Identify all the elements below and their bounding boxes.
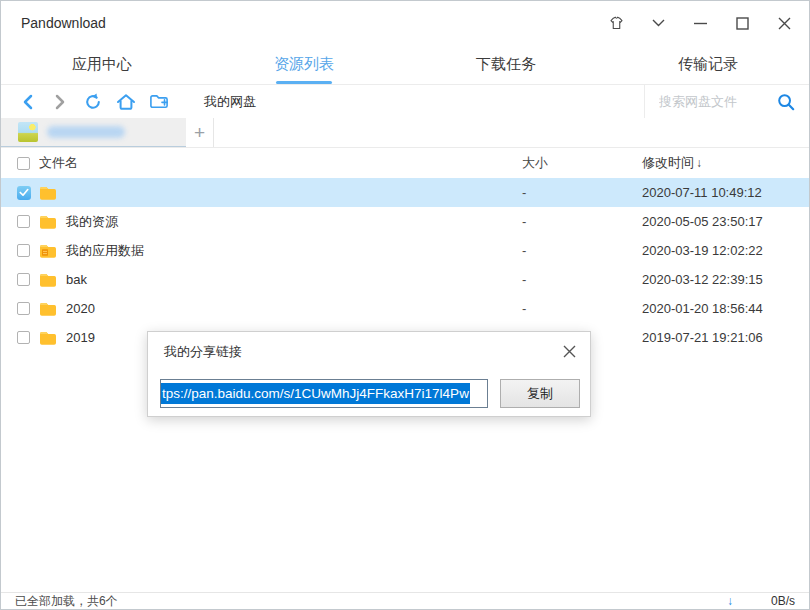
pandownload-window: { "titlebar": { "title": "Pandownload" }…	[0, 0, 810, 610]
row-checkbox[interactable]	[17, 244, 30, 257]
account-bar: +	[1, 118, 809, 148]
file-name: bak	[66, 272, 87, 287]
tab-download-tasks[interactable]: 下载任务	[405, 45, 607, 84]
search-icon[interactable]	[777, 93, 795, 111]
share-link-selected-text: tps://pan.baidu.com/s/1CUwMhJj4FFkaxH7i1…	[161, 383, 470, 404]
table-row[interactable]: 2020 - 2020-01-20 18:56:44	[1, 294, 809, 323]
close-button[interactable]	[776, 15, 793, 32]
tab-label: 应用中心	[72, 55, 132, 74]
tab-label: 传输记录	[678, 55, 738, 74]
tab-label: 资源列表	[274, 55, 334, 74]
account-avatar	[18, 122, 38, 142]
back-icon[interactable]	[15, 92, 39, 112]
file-mtime: 2020-05-05 23:50:17	[642, 214, 809, 229]
chevron-down-icon[interactable]	[650, 15, 667, 32]
file-size: -	[522, 214, 642, 229]
minimize-button[interactable]	[692, 15, 709, 32]
file-mtime: 2020-03-19 12:02:22	[642, 243, 809, 258]
table-row[interactable]: bak - 2020-03-12 22:39:15	[1, 265, 809, 294]
add-account-button[interactable]: +	[186, 118, 214, 147]
skin-theme-icon[interactable]	[608, 15, 625, 32]
window-title: Pandownload	[21, 15, 608, 31]
table-row[interactable]: 我的资源 - 2020-05-05 23:50:17	[1, 207, 809, 236]
search-box	[644, 85, 809, 118]
row-checkbox[interactable]	[17, 273, 30, 286]
file-list-header: 文件名 大小 修改时间↓	[1, 148, 809, 178]
search-input[interactable]	[659, 94, 777, 109]
load-status-text: 已全部加载，共6个	[15, 593, 727, 610]
tab-transfer-history[interactable]: 传输记录	[607, 45, 809, 84]
sort-descending-icon: ↓	[696, 156, 702, 170]
forward-icon[interactable]	[48, 92, 72, 112]
file-name: 我的资源	[66, 213, 118, 231]
header-filename: 文件名	[39, 154, 78, 172]
file-mtime: 2020-03-12 22:39:15	[642, 272, 809, 287]
navigation-toolbar: 我的网盘	[1, 85, 809, 118]
row-checkbox[interactable]	[17, 186, 31, 200]
file-mtime: 2020-07-11 10:49:12	[642, 185, 809, 200]
breadcrumb-path: 我的网盘	[204, 93, 644, 111]
table-row[interactable]: 我的应用数据 - 2020-03-19 12:02:22	[1, 236, 809, 265]
share-link-input[interactable]: tps://pan.baidu.com/s/1CUwMhJj4FFkaxH7i1…	[160, 379, 488, 408]
folder-icon	[39, 214, 57, 229]
tab-label: 下载任务	[476, 55, 536, 74]
file-list: - 2020-07-11 10:49:12 我的资源 - 2020-05-05 …	[1, 178, 809, 352]
header-mtime-label: 修改时间	[642, 155, 694, 170]
file-name: 我的应用数据	[66, 242, 144, 260]
row-checkbox[interactable]	[17, 331, 30, 344]
maximize-button[interactable]	[734, 15, 751, 32]
file-mtime: 2020-01-20 18:56:44	[642, 301, 809, 316]
home-icon[interactable]	[114, 92, 138, 112]
appdata-folder-icon	[39, 243, 57, 258]
row-checkbox[interactable]	[17, 215, 30, 228]
download-speed-value: 0B/s	[759, 594, 795, 608]
new-folder-icon[interactable]	[147, 92, 171, 112]
header-size[interactable]: 大小	[522, 154, 642, 172]
statusbar: 已全部加载，共6个 ↓ 0B/s	[1, 592, 809, 609]
main-tabbar: 应用中心 资源列表 下载任务 传输记录	[1, 45, 809, 85]
file-size: -	[522, 272, 642, 287]
row-checkbox[interactable]	[17, 302, 30, 315]
select-all-checkbox[interactable]	[17, 157, 30, 170]
dialog-title: 我的分享链接	[164, 343, 242, 361]
tab-resource-list[interactable]: 资源列表	[203, 45, 405, 84]
folder-icon	[39, 301, 57, 316]
tab-app-center[interactable]: 应用中心	[1, 45, 203, 84]
share-link-dialog: 我的分享链接 tps://pan.baidu.com/s/1CUwMhJj4FF…	[147, 331, 591, 417]
folder-icon	[39, 185, 57, 200]
file-name: 2019	[66, 330, 95, 345]
dialog-close-icon[interactable]	[560, 342, 578, 360]
file-mtime: 2019-07-21 19:21:06	[642, 330, 809, 345]
table-row[interactable]: - 2020-07-11 10:49:12	[1, 178, 809, 207]
copy-button[interactable]: 复制	[500, 379, 580, 408]
file-size: -	[522, 301, 642, 316]
header-mtime[interactable]: 修改时间↓	[642, 154, 809, 172]
account-username-blurred	[47, 126, 125, 138]
refresh-icon[interactable]	[81, 92, 105, 112]
download-speed-icon: ↓	[727, 594, 733, 608]
folder-icon	[39, 330, 57, 345]
folder-icon	[39, 272, 57, 287]
titlebar: Pandownload	[1, 1, 809, 45]
file-name: 2020	[66, 301, 95, 316]
account-tab[interactable]	[1, 118, 186, 147]
file-size: -	[522, 243, 642, 258]
file-size: -	[522, 185, 642, 200]
